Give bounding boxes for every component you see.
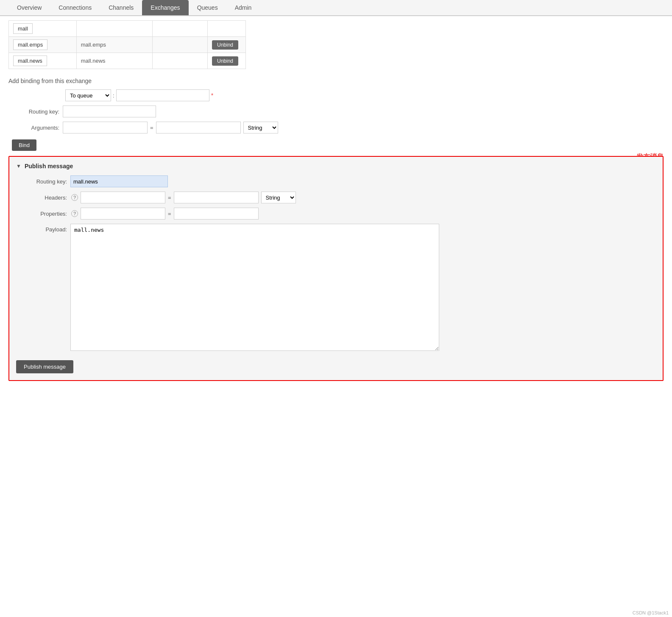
args-cell-mall	[153, 21, 208, 37]
main-content: mall mall.emps mall.emps Unbind	[0, 16, 672, 389]
required-marker: *	[211, 92, 213, 99]
publish-headers-label: Headers:	[16, 195, 67, 201]
headers-type-select[interactable]: String Number Boolean	[261, 192, 296, 203]
binding-row-mall: mall	[9, 21, 246, 37]
properties-value-input[interactable]	[174, 208, 259, 220]
tab-queues[interactable]: Queues	[189, 0, 226, 15]
publish-properties-label: Properties:	[16, 211, 67, 217]
headers-key-input[interactable]	[81, 192, 165, 203]
unbind-button-mall-emps[interactable]: Unbind	[212, 40, 238, 50]
tab-overview[interactable]: Overview	[8, 0, 50, 15]
to-queue-select[interactable]: To queue To exchange	[65, 89, 111, 101]
tab-admin[interactable]: Admin	[226, 0, 260, 15]
add-binding-heading: Add binding from this exchange	[8, 78, 664, 84]
routing-key-row: Routing key:	[8, 106, 664, 117]
publish-section-title: Publish message	[25, 163, 73, 170]
equals-sign: =	[150, 125, 153, 131]
queue-label-mall: mall	[13, 23, 33, 34]
headers-value-input[interactable]	[174, 192, 259, 203]
action-cell-mall-news: Unbind	[208, 53, 246, 69]
queue-label-mall-news: mall.news	[13, 56, 47, 66]
publish-properties-row: Properties: ? =	[16, 208, 656, 220]
binding-row-mall-news: mall.news mall.news Unbind	[9, 53, 246, 69]
properties-key-input[interactable]	[81, 208, 165, 220]
headers-help-icon[interactable]: ?	[71, 194, 78, 201]
args-cell-mall-emps	[153, 37, 208, 53]
bind-button[interactable]: Bind	[12, 139, 36, 151]
argument-value-input[interactable]	[156, 122, 241, 133]
queue-name-input[interactable]	[116, 89, 209, 101]
nav-tabs: Overview Connections Channels Exchanges …	[0, 0, 672, 16]
argument-type-select[interactable]: String Number Boolean	[243, 122, 278, 133]
publish-routing-key-input[interactable]	[70, 175, 168, 187]
routing-key-cell-mall-news: mall.news	[76, 53, 153, 69]
colon-separator: :	[113, 92, 114, 99]
properties-help-icon[interactable]: ?	[71, 210, 78, 217]
routing-key-cell-mall-emps: mall.emps	[76, 37, 153, 53]
publish-section: ▼ Publish message Routing key: Headers: …	[8, 156, 664, 381]
properties-equals: =	[168, 211, 171, 217]
headers-equals: =	[168, 195, 171, 201]
collapse-arrow-icon[interactable]: ▼	[16, 163, 21, 169]
publish-button-row: Publish message	[16, 355, 656, 373]
publish-headers-row: Headers: ? = String Number Boolean	[16, 192, 656, 203]
publish-payload-textarea[interactable]: mall.news	[70, 224, 439, 351]
args-cell-mall-news	[153, 53, 208, 69]
bind-button-row: Bind	[10, 138, 664, 151]
tab-exchanges[interactable]: Exchanges	[142, 0, 188, 15]
action-cell-mall	[208, 21, 246, 37]
tab-channels[interactable]: Channels	[100, 0, 142, 15]
routing-key-label: Routing key:	[8, 108, 59, 115]
binding-row-mall-emps: mall.emps mall.emps Unbind	[9, 37, 246, 53]
queue-label-mall-emps: mall.emps	[13, 39, 47, 50]
publish-routing-key-label: Routing key:	[16, 178, 67, 185]
unbind-button-mall-news[interactable]: Unbind	[212, 56, 238, 66]
arguments-row: Arguments: = String Number Boolean	[8, 122, 664, 133]
bindings-table: mall mall.emps mall.emps Unbind	[8, 20, 246, 69]
routing-key-cell-mall	[76, 21, 153, 37]
routing-key-input[interactable]	[63, 106, 156, 117]
arguments-label: Arguments:	[8, 125, 59, 131]
publish-message-button[interactable]: Publish message	[16, 360, 73, 373]
publish-payload-label: Payload:	[16, 226, 67, 233]
publish-routing-key-row: Routing key:	[16, 175, 656, 187]
argument-key-input[interactable]	[63, 122, 148, 133]
tab-connections[interactable]: Connections	[50, 0, 100, 15]
action-cell-mall-emps: Unbind	[208, 37, 246, 53]
publish-payload-row: Payload: mall.news	[16, 224, 656, 351]
to-queue-row: To queue To exchange : *	[8, 89, 664, 101]
publish-section-header: ▼ Publish message	[16, 163, 656, 170]
